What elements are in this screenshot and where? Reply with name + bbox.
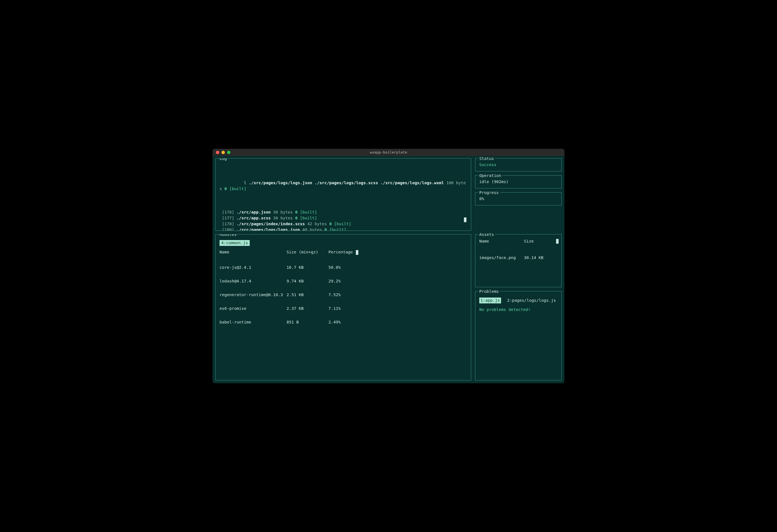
log-content: l ./src/pages/logs/logs.json ./src/pages… [220, 162, 467, 231]
log-wrap-zero: 0 [224, 186, 227, 191]
titlebar: wxapp-boilerplate [213, 149, 564, 156]
module-pct: 50.0% [328, 265, 359, 270]
log-line-id: [176] [222, 210, 234, 214]
module-size: 2.51 KB [287, 292, 328, 298]
asset-name: images/face.png [479, 255, 524, 261]
log-line-id: [178] [222, 222, 234, 226]
close-icon[interactable] [216, 151, 219, 154]
log-wrap-prefix: l [244, 180, 248, 185]
modules-file-badge[interactable]: 4:common.js [220, 240, 250, 246]
module-pct: 29.2% [328, 278, 359, 284]
assets-legend: Assets [478, 232, 495, 238]
terminal-window: wxapp-boilerplate Log l ./src/pages/logs… [213, 149, 564, 383]
problems-legend: Problems [478, 289, 500, 294]
log-wrap-built: [built] [227, 186, 246, 191]
progress-legend: Progress [478, 190, 500, 196]
module-pct: 7.52% [328, 292, 359, 298]
assets-header-name: Name [479, 238, 524, 244]
log-line-built: [built] [298, 216, 317, 220]
log-wrap-files: ./src/pages/logs/logs.json ./src/pages/l… [249, 180, 444, 185]
problems-message: No problems detected! [479, 307, 557, 312]
module-size: 2.37 KB [287, 306, 328, 311]
modules-panel[interactable]: Modules 4:common.js NameSize (min+gz)Per… [215, 234, 471, 380]
modules-header-size: Size (min+gz) [287, 249, 328, 255]
operation-legend: Operation [478, 173, 503, 179]
log-panel[interactable]: Log l ./src/pages/logs/logs.json ./src/p… [215, 158, 471, 231]
log-legend: Log [218, 158, 228, 162]
module-pct: 2.49% [328, 319, 359, 325]
module-name: babel-runtime [220, 319, 287, 325]
status-panel: Status Success [475, 158, 562, 171]
operation-value: idle (902ms) [479, 179, 557, 185]
terminal-body: Log l ./src/pages/logs/logs.json ./src/p… [213, 156, 564, 383]
log-line: [180] ./src/pages/logs/logs.json 40 byte… [220, 227, 467, 231]
problems-panel[interactable]: Problems 1:app.js2:pages/logs/logs.js3:p… [475, 291, 562, 380]
log-line-path: ./src/pages/index/index.scss [237, 222, 305, 226]
module-name: core-js@2.4.1 [220, 265, 287, 270]
log-line: [178] ./src/pages/index/index.scss 42 by… [220, 221, 467, 227]
minimize-icon[interactable] [221, 151, 225, 154]
log-line-zero: 0 [329, 222, 332, 226]
module-name: regenerator-runtime@0.10.3 [220, 292, 287, 298]
log-line-bytes: 42 bytes [305, 222, 329, 226]
module-name: es6-promise [220, 306, 287, 311]
log-line-bytes: 40 bytes [300, 228, 324, 231]
log-line-path: ./src/app.scss [237, 216, 270, 220]
modules-header-pct: Percentage [328, 249, 359, 255]
assets-panel[interactable]: Assets NameSizeimages/face.png30.14 KB [475, 234, 562, 287]
status-legend: Status [478, 156, 495, 162]
progress-value: 0% [479, 196, 557, 202]
cursor-icon [556, 239, 559, 244]
log-line-path: ./src/app.json [237, 210, 270, 214]
assets-header-size: Size [524, 238, 557, 244]
log-line: [176] ./src/app.json 30 bytes 0 [built] [220, 209, 467, 215]
module-size: 851 B [287, 319, 328, 325]
status-value: Success [479, 162, 557, 168]
zoom-icon[interactable] [227, 151, 230, 154]
problems-tab[interactable]: 1:app.js [479, 297, 501, 303]
module-pct: 7.11% [328, 306, 359, 311]
log-line-built: [built] [332, 222, 351, 226]
log-line-id: [177] [222, 216, 234, 220]
asset-size: 30.14 KB [524, 255, 557, 261]
log-line-zero: 0 [324, 228, 327, 231]
log-line-id: [180] [222, 228, 234, 231]
progress-panel: Progress 0% [475, 192, 562, 206]
log-line-built: [built] [298, 210, 317, 214]
problems-tab[interactable]: 2:pages/logs/logs.js [507, 297, 556, 303]
module-name: lodash@4.17.4 [220, 278, 287, 284]
module-size: 16.7 KB [287, 265, 328, 270]
log-line-path: ./src/pages/logs/logs.json [237, 228, 300, 231]
cursor-icon [356, 250, 358, 255]
log-line-bytes: 30 bytes [270, 210, 295, 214]
log-line-bytes: 30 bytes [270, 216, 295, 220]
log-line-built: [built] [327, 228, 346, 231]
module-size: 9.74 KB [287, 278, 328, 284]
cursor-icon [464, 218, 466, 222]
window-title: wxapp-boilerplate [213, 150, 564, 155]
log-line: [177] ./src/app.scss 30 bytes 0 [built] [220, 215, 467, 221]
modules-header-name: Name [220, 249, 287, 255]
window-controls [213, 151, 230, 154]
operation-panel: Operation idle (902ms) [475, 175, 562, 188]
modules-legend: Modules [218, 234, 238, 238]
